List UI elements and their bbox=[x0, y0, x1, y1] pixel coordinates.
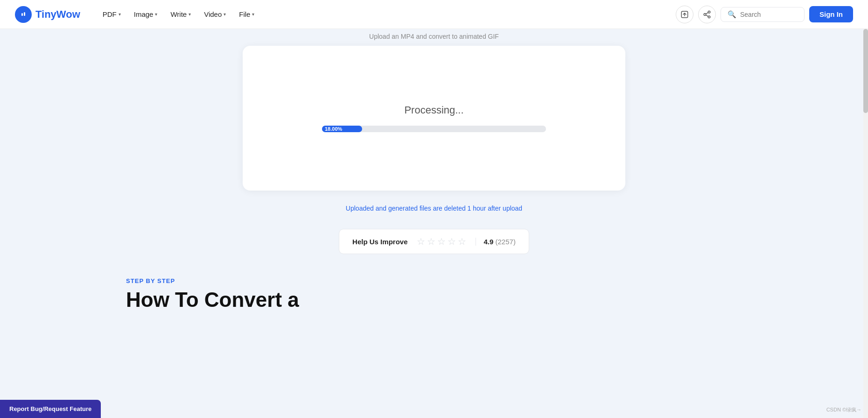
star-2[interactable]: ☆ bbox=[427, 236, 435, 247]
star-1[interactable]: ☆ bbox=[417, 236, 425, 247]
sign-in-button[interactable]: Sign In bbox=[809, 6, 853, 22]
page-subtitle: Upload an MP4 and convert to animated GI… bbox=[369, 33, 499, 40]
main-nav: PDF ▾ Image ▾ Write ▾ Video ▾ File ▾ bbox=[97, 7, 676, 21]
rating-label: Help Us Improve bbox=[352, 238, 407, 246]
rating-section: Help Us Improve ☆ ☆ ☆ ☆ ☆ 4.9 (2257) bbox=[339, 229, 529, 254]
progress-bar-fill: 18.00% bbox=[322, 126, 362, 132]
logo[interactable]: TinyWow bbox=[15, 6, 80, 23]
svg-line-7 bbox=[706, 15, 708, 16]
step-heading: How To Convert a bbox=[126, 288, 868, 312]
chevron-down-icon: ▾ bbox=[119, 12, 121, 17]
svg-rect-2 bbox=[24, 12, 25, 16]
processing-card: Processing... 18.00% bbox=[243, 46, 625, 191]
processing-text: Processing... bbox=[404, 104, 463, 116]
search-box: 🔍 bbox=[721, 7, 805, 22]
main-content: Upload an MP4 and convert to animated GI… bbox=[0, 29, 868, 326]
star-5[interactable]: ☆ bbox=[458, 236, 466, 247]
scrollbar-thumb[interactable] bbox=[863, 29, 868, 113]
logo-text: TinyWow bbox=[35, 8, 80, 21]
rating-score: 4.9 (2257) bbox=[476, 238, 515, 246]
step-by-step-label: STEP BY STEP bbox=[126, 277, 868, 284]
chevron-down-icon: ▾ bbox=[224, 12, 226, 17]
csdn-watermark: CSDN ©绿疯→ bbox=[826, 406, 861, 413]
star-3[interactable]: ☆ bbox=[437, 236, 446, 247]
header: TinyWow PDF ▾ Image ▾ Write ▾ Video ▾ Fi… bbox=[0, 0, 868, 29]
svg-line-8 bbox=[706, 12, 708, 14]
nav-pdf[interactable]: PDF ▾ bbox=[97, 7, 126, 21]
file-notice: Uploaded and generated files are deleted… bbox=[346, 205, 522, 212]
logo-icon bbox=[15, 6, 32, 23]
svg-point-0 bbox=[20, 11, 27, 18]
upload-icon-button[interactable] bbox=[676, 6, 693, 23]
scrollbar-track bbox=[863, 0, 868, 418]
nav-file[interactable]: File ▾ bbox=[233, 7, 260, 21]
progress-bar-container: 18.00% bbox=[322, 126, 546, 132]
header-right: 🔍 Sign In bbox=[676, 6, 853, 23]
search-icon: 🔍 bbox=[728, 10, 736, 19]
chevron-down-icon: ▾ bbox=[189, 12, 191, 17]
chevron-down-icon: ▾ bbox=[155, 12, 157, 17]
chevron-down-icon: ▾ bbox=[252, 12, 254, 17]
search-input[interactable] bbox=[740, 11, 798, 18]
share-icon-button[interactable] bbox=[698, 6, 716, 23]
nav-video[interactable]: Video ▾ bbox=[198, 7, 231, 21]
report-bug-button[interactable]: Report Bug/Request Feature bbox=[0, 400, 101, 418]
stars[interactable]: ☆ ☆ ☆ ☆ ☆ bbox=[417, 236, 466, 247]
svg-rect-1 bbox=[21, 13, 23, 16]
nav-write[interactable]: Write ▾ bbox=[165, 7, 196, 21]
star-4[interactable]: ☆ bbox=[448, 236, 456, 247]
step-section: STEP BY STEP How To Convert a bbox=[0, 277, 868, 312]
nav-image[interactable]: Image ▾ bbox=[128, 7, 163, 21]
progress-label: 18.00% bbox=[322, 126, 342, 132]
